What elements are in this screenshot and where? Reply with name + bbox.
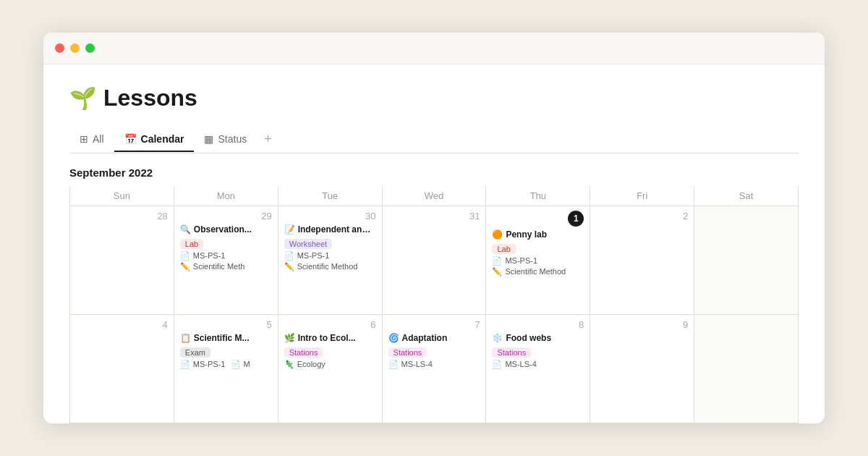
day-headers-row: Sun Mon Tue Wed Thu Fri Sat — [69, 186, 799, 206]
event-scientific[interactable]: 📋 Scientific M... — [180, 333, 272, 345]
doc-label-6: MS-LS-4 — [401, 360, 433, 368]
cell-aug29[interactable]: 29 🔍 Observation... Lab 📄 MS-PS-1 — [174, 206, 278, 314]
scientific-icon: 📋 — [180, 333, 191, 345]
tab-status[interactable]: ▦ Status — [194, 127, 257, 152]
day-header-tue: Tue — [278, 186, 383, 206]
tag-stations-3: Stations — [492, 347, 531, 358]
day-header-thu: Thu — [486, 186, 590, 206]
date-aug28: 28 — [76, 211, 168, 221]
tab-all-label: All — [93, 133, 104, 145]
cell-aug28: 28 — [70, 206, 174, 314]
indep-icon: 📝 — [284, 224, 295, 236]
app-window: 🌱 Lessons ⊞ All 📅 Calendar ▦ Status + — [43, 33, 825, 423]
doc-label-5: Ecology — [297, 360, 326, 368]
event-intro-ecol[interactable]: 🌿 Intro to Ecol... — [284, 333, 376, 345]
tab-status-label: Status — [218, 133, 247, 145]
close-button[interactable] — [55, 43, 64, 53]
day-header-fri: Fri — [590, 186, 694, 206]
date-sep5: 5 — [180, 319, 272, 330]
std-scimethod-3: ✏️ Scientific Method — [492, 267, 584, 276]
doc-label-4: MS-PS-1 — [193, 360, 226, 368]
ecol-title: Intro to Ecol... — [298, 333, 356, 345]
cell-sep5[interactable]: 5 📋 Scientific M... Exam 📄 MS-PS-1 📄 M — [174, 315, 278, 423]
std-label-3: Scientific Method — [505, 267, 566, 276]
day-header-sun: Sun — [70, 186, 174, 206]
cell-sat2 — [694, 315, 799, 423]
plant-icon: 🌱 — [69, 85, 96, 111]
add-tab-button[interactable]: + — [257, 126, 279, 153]
std-icon-3: ✏️ — [492, 267, 502, 276]
tab-calendar-label: Calendar — [141, 133, 184, 145]
doc-icon-7: 📄 — [492, 360, 502, 369]
event-foodwebs[interactable]: ❄️ Food webs — [492, 333, 584, 345]
date-sep2: 2 — [596, 211, 688, 221]
foodwebs-icon: ❄️ — [492, 333, 503, 345]
doc-msls4-2: 📄 MS-LS-4 — [492, 360, 584, 369]
doc-label-2: MS-PS-1 — [297, 251, 330, 260]
doc-msps1-1: 📄 MS-PS-1 — [180, 251, 272, 261]
maximize-button[interactable] — [85, 43, 95, 53]
doc-icon-5: 🦎 — [284, 360, 294, 369]
cell-sep8[interactable]: 8 ❄️ Food webs Stations 📄 MS-LS-4 — [486, 315, 590, 423]
cell-sep2: 2 — [590, 206, 694, 314]
date-aug31: 31 — [388, 211, 480, 221]
date-aug30: 30 — [284, 211, 376, 221]
date-sep1: 1 — [568, 211, 584, 227]
doc-label-4b: 📄 M — [231, 360, 250, 369]
scientific-title: Scientific M... — [194, 333, 250, 345]
tag-stations-2: Stations — [388, 347, 427, 358]
doc-ecology: 🦎 Ecology — [284, 360, 376, 369]
doc-msps1-4: 📄 MS-PS-1 📄 M — [180, 360, 272, 369]
doc-msls4-1: 📄 MS-LS-4 — [388, 360, 480, 369]
date-sep7: 7 — [388, 319, 480, 330]
tag-worksheet-1: Worksheet — [284, 239, 332, 249]
adaptation-icon: 🌀 — [388, 333, 399, 345]
cell-aug31: 31 — [383, 206, 487, 314]
main-content: 🌱 Lessons ⊞ All 📅 Calendar ▦ Status + — [43, 64, 825, 423]
tag-stations-1: Stations — [284, 347, 323, 358]
doc-label-1: MS-PS-1 — [193, 251, 226, 260]
day-header-mon: Mon — [174, 186, 278, 206]
header: 🌱 Lessons ⊞ All 📅 Calendar ▦ Status + — [43, 64, 825, 153]
doc-msps1-2: 📄 MS-PS-1 — [284, 251, 376, 261]
tab-all[interactable]: ⊞ All — [69, 127, 114, 152]
doc-label-7: MS-LS-4 — [505, 360, 536, 368]
day-header-sat: Sat — [694, 186, 799, 206]
date-sep8: 8 — [492, 319, 584, 330]
cell-sep6[interactable]: 6 🌿 Intro to Ecol... Stations 🦎 Ecology — [278, 315, 383, 423]
calendar-area: September 2022 Sun Mon Tue Wed Thu Fri S… — [43, 153, 825, 423]
doc-label-3: MS-PS-1 — [505, 256, 537, 265]
event-observation[interactable]: 🔍 Observation... — [180, 224, 272, 236]
adaptation-title: Adaptation — [402, 333, 448, 345]
day-header-wed: Wed — [383, 186, 487, 206]
doc-icon-4: 📄 — [180, 360, 190, 369]
penny-icon: 🟠 — [492, 229, 503, 241]
date-aug29: 29 — [180, 211, 272, 221]
minimize-button[interactable] — [70, 43, 80, 53]
tab-calendar[interactable]: 📅 Calendar — [114, 127, 195, 152]
tag-lab-1: Lab — [180, 239, 203, 249]
doc-msps1-3: 📄 MS-PS-1 — [492, 256, 584, 266]
calendar-rows: 28 29 🔍 Observation... Lab 📄 — [69, 206, 799, 423]
tag-lab-2: Lab — [492, 244, 515, 254]
cell-sep7[interactable]: 7 🌀 Adaptation Stations 📄 MS-LS-4 — [383, 315, 487, 423]
calendar-row-2: 4 5 📋 Scientific M... Exam 📄 — [70, 315, 799, 423]
event-indep[interactable]: 📝 Independent and dependent vari... — [284, 224, 376, 236]
std-label-2: Scientific Method — [297, 262, 358, 271]
penny-title: Penny lab — [506, 229, 547, 241]
date-sep9: 9 — [596, 319, 688, 330]
status-icon: ▦ — [204, 133, 213, 145]
event-adaptation[interactable]: 🌀 Adaptation — [388, 333, 480, 345]
cell-aug30[interactable]: 30 📝 Independent and dependent vari... W… — [278, 206, 383, 314]
calendar-icon: 📅 — [124, 133, 137, 145]
std-scimethod-2: ✏️ Scientific Method — [284, 262, 376, 271]
tag-exam-1: Exam — [180, 347, 210, 358]
tab-bar: ⊞ All 📅 Calendar ▦ Status + — [69, 126, 799, 153]
all-icon: ⊞ — [80, 133, 88, 145]
calendar-row-1: 28 29 🔍 Observation... Lab 📄 — [70, 206, 799, 315]
event-pennylab[interactable]: 🟠 Penny lab — [492, 229, 584, 241]
app-title-row: 🌱 Lessons — [69, 85, 799, 111]
month-label: September 2022 — [69, 153, 799, 186]
cell-sep4: 4 — [70, 315, 174, 423]
cell-sep1[interactable]: 1 🟠 Penny lab Lab 📄 MS-PS-1 — [486, 206, 590, 314]
